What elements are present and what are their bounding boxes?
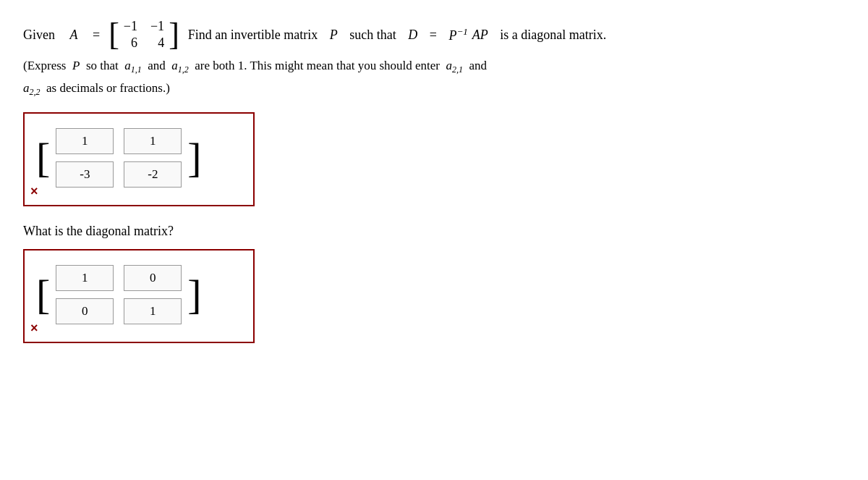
matrix-P-wrap: [ ] xyxy=(36,125,202,190)
instr-a21-sub: 2,1 xyxy=(452,64,463,75)
matrix-D-dismiss-button[interactable]: × xyxy=(30,321,38,336)
matrix-A-entries: −1 −1 6 4 xyxy=(121,17,167,52)
matrix-P-r1c1-input[interactable] xyxy=(56,128,114,154)
instr-a11-sub: 1,1 xyxy=(131,64,142,75)
instr-so-that: so that xyxy=(86,59,119,72)
matrix-A-bracket-left: [ xyxy=(109,19,119,51)
matrix-D-r2c1-input[interactable] xyxy=(56,298,114,324)
matrix-D-r2c2-input[interactable] xyxy=(124,298,182,324)
matrix-D-answer-box: [ ] × xyxy=(23,249,255,343)
instr-are-both: are both 1. This might mean that you sho… xyxy=(195,59,440,72)
instr-a12: a1,2 xyxy=(171,59,189,72)
matrix-A-r1c2: −1 xyxy=(150,19,164,34)
equals-sign: = xyxy=(93,28,100,43)
instructions-line1: (Express P so that a1,1 and a1,2 are bot… xyxy=(23,56,845,76)
matrix-D-r1c1-input[interactable] xyxy=(56,265,114,291)
find-text-2: such that xyxy=(349,28,396,43)
find-description: Find an invertible matrix P such that D … xyxy=(188,26,606,43)
instr-a21: a2,1 xyxy=(446,59,463,72)
instr-a22: a2,2 xyxy=(23,81,41,95)
instr-as-decimals: as decimals or fractions.) xyxy=(46,81,170,95)
instr-P-var: P xyxy=(72,59,80,72)
find-text-3: is a diagonal matrix. xyxy=(500,28,606,43)
diagonal-question-text: What is the diagonal matrix? xyxy=(23,224,174,238)
matrix-P-bracket-left: [ xyxy=(36,137,50,179)
matrix-D-bracket-left: [ xyxy=(36,274,50,316)
matrix-P-dismiss-button[interactable]: × xyxy=(30,184,38,199)
given-word: Given xyxy=(23,28,55,43)
matrix-D-grid xyxy=(51,262,186,327)
A-variable: A xyxy=(70,28,78,43)
instr-and2: and xyxy=(469,59,487,72)
instr-a12-sub: 1,2 xyxy=(178,64,189,75)
D-variable-header: D xyxy=(408,28,417,43)
matrix-P-bracket-right: ] xyxy=(187,137,201,179)
matrix-P-r1c2-input[interactable] xyxy=(124,128,182,154)
instr-express: (Express xyxy=(23,59,66,72)
matrix-P-answer-box: [ ] × xyxy=(23,112,255,206)
instr-a11: a1,1 xyxy=(124,59,142,72)
P-superscript: −1 xyxy=(456,26,467,37)
matrix-D-r1c2-input[interactable] xyxy=(124,265,182,291)
equals2-sign: = xyxy=(430,28,437,43)
matrix-A-r2c2: 4 xyxy=(150,35,164,51)
given-label: Given A = xyxy=(23,28,100,43)
matrix-P-r2c2-input[interactable] xyxy=(124,161,182,188)
matrix-P-grid xyxy=(51,125,186,190)
matrix-A-bracket-right: ] xyxy=(169,19,179,51)
matrix-A-r1c1: −1 xyxy=(124,19,137,34)
instructions-line2: a2,2 as decimals or fractions.) xyxy=(23,79,845,98)
matrix-D-wrap: [ ] xyxy=(36,262,202,327)
diagonal-question: What is the diagonal matrix? xyxy=(23,224,845,239)
P-variable-header: P xyxy=(330,28,338,43)
matrix-A: [ −1 −1 6 4 ] xyxy=(109,17,179,52)
instr-and1: and xyxy=(148,59,166,72)
find-text-1: Find an invertible matrix xyxy=(188,28,318,43)
AP-text: AP xyxy=(472,28,488,43)
matrix-D-bracket-right: ] xyxy=(187,274,201,316)
P-inv-variable: P−1 xyxy=(448,26,467,43)
instr-a22-sub: 2,2 xyxy=(30,88,41,98)
matrix-A-r2c1: 6 xyxy=(124,35,137,51)
problem-header: Given A = [ −1 −1 6 4 ] Find an invertib… xyxy=(23,17,845,52)
matrix-P-r2c1-input[interactable] xyxy=(56,161,114,188)
